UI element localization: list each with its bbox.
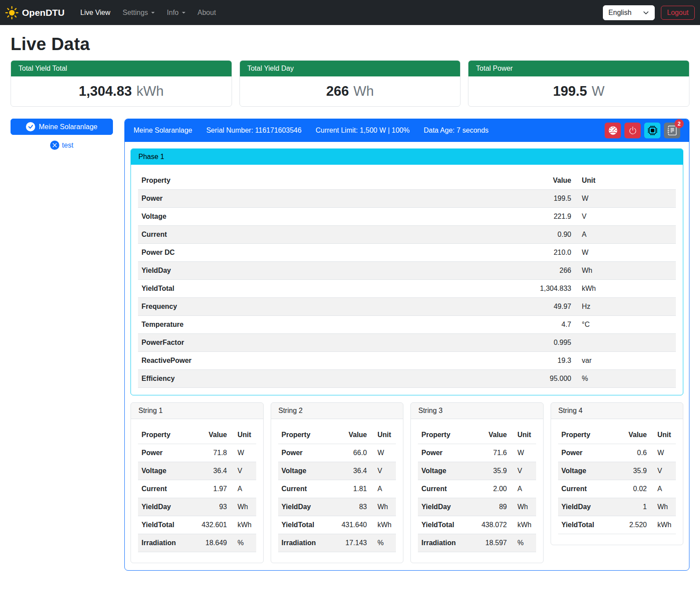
nav-links: Live View Settings Info About xyxy=(74,5,603,20)
inverter-unreachable-link[interactable]: test xyxy=(11,141,113,150)
page: OpenDTU Live View Settings Info About En… xyxy=(0,0,700,584)
sun-icon xyxy=(5,6,18,19)
chevron-down-icon xyxy=(643,10,649,16)
table-row: Current0.90A xyxy=(138,226,676,244)
string-1-table: Property Value Unit Power71.8WVoltage36.… xyxy=(138,426,256,552)
card-total-yield-total: Total Yield Total 1,304.83 kWh xyxy=(11,60,232,107)
brand[interactable]: OpenDTU xyxy=(5,6,65,19)
nav-item-settings[interactable]: Settings xyxy=(116,5,161,20)
string-title: String 2 xyxy=(271,403,403,419)
table-row: Current1.81A xyxy=(278,480,396,498)
inverter-name: Meine Solaranlage xyxy=(134,127,192,134)
total-yield-day-unit: Wh xyxy=(353,83,374,99)
column-header-property: Property xyxy=(278,426,330,444)
table-row: Irradiation17.143% xyxy=(278,534,396,552)
column-header-unit: Unit xyxy=(370,426,396,444)
language-value: English xyxy=(609,9,631,17)
summary-row: Total Yield Total 1,304.83 kWh Total Yie… xyxy=(11,60,689,107)
column-header-value: Value xyxy=(330,426,370,444)
cpu-icon xyxy=(648,126,657,135)
table-row: PowerFactor0.995 xyxy=(138,334,676,352)
column-header-unit: Unit xyxy=(650,426,676,444)
table-row: Irradiation18.649% xyxy=(138,534,256,552)
check-circle-icon xyxy=(26,122,35,131)
table-row: YieldDay1Wh xyxy=(558,498,676,516)
inverter-data-age: Data Age: 7 seconds xyxy=(424,127,489,134)
inverter-select-label: Meine Solaranlage xyxy=(39,123,97,131)
strings-row: String 1 Property Value Unit xyxy=(131,402,683,563)
string-card-1: String 1 Property Value Unit xyxy=(131,402,264,563)
string-card-4: String 4 Property Value Unit xyxy=(551,402,684,545)
table-row: Current1.97A xyxy=(138,480,256,498)
nav-item-about[interactable]: About xyxy=(192,5,222,20)
total-power-value: 199.5 xyxy=(553,83,588,99)
card-total-power: Total Power 199.5 W xyxy=(468,60,689,107)
language-select[interactable]: English xyxy=(603,5,655,20)
phase-card: Phase 1 Property Value Unit xyxy=(131,148,683,395)
brand-label: OpenDTU xyxy=(22,7,65,18)
caret-down-icon xyxy=(182,12,185,14)
string-card-3: String 3 Property Value Unit xyxy=(410,402,544,563)
column-header-property: Property xyxy=(558,426,610,444)
column-header-value: Value xyxy=(470,426,511,444)
limit-settings-button[interactable] xyxy=(605,123,621,138)
power-button[interactable] xyxy=(624,123,641,138)
string-2-table: Property Value Unit Power66.0WVoltage36.… xyxy=(278,426,396,552)
column-header-property: Property xyxy=(418,426,470,444)
column-header-value: Value xyxy=(190,426,231,444)
column-header-value: Value xyxy=(526,172,575,190)
inverter-panel: Meine Solaranlage Serial Number: 1161716… xyxy=(124,119,689,571)
table-row: YieldDay93Wh xyxy=(138,498,256,516)
phase-title: Phase 1 xyxy=(131,149,683,165)
nav-item-info[interactable]: Info xyxy=(161,5,192,20)
table-row: Voltage36.4V xyxy=(138,462,256,480)
table-row: Power DC210.0W xyxy=(138,244,676,262)
table-row: Voltage36.4V xyxy=(278,462,396,480)
string-title: String 1 xyxy=(131,403,263,419)
card-title: Total Power xyxy=(468,61,689,76)
column-header-unit: Unit xyxy=(231,426,256,444)
table-row: Power71.6W xyxy=(418,444,536,462)
total-yield-total-value: 1,304.83 xyxy=(79,83,132,99)
card-title: Total Yield Total xyxy=(11,61,232,76)
total-yield-day-value: 266 xyxy=(326,83,349,99)
power-icon xyxy=(628,126,637,135)
table-row: Voltage35.9V xyxy=(418,462,536,480)
table-row: Current0.02A xyxy=(558,480,676,498)
table-row: Irradiation18.597% xyxy=(418,534,536,552)
string-4-table: Property Value Unit Power0.6WVoltage35.9… xyxy=(558,426,676,534)
column-header-value: Value xyxy=(610,426,650,444)
column-header-property: Property xyxy=(138,426,190,444)
logout-button[interactable]: Logout xyxy=(661,6,695,20)
card-title: Total Yield Day xyxy=(240,61,461,76)
table-row: YieldTotal2.520kWh xyxy=(558,516,676,534)
inverter-serial: Serial Number: 116171603546 xyxy=(206,127,301,134)
page-title: Live Data xyxy=(11,34,689,54)
inverter-select-button[interactable]: Meine Solaranlage xyxy=(11,119,113,135)
caret-down-icon xyxy=(151,12,155,14)
navbar: OpenDTU Live View Settings Info About En… xyxy=(0,0,700,25)
table-row: YieldDay83Wh xyxy=(278,498,396,516)
inverter-panel-header: Meine Solaranlage Serial Number: 1161716… xyxy=(125,119,689,142)
table-row: ReactivePower19.3var xyxy=(138,352,676,370)
table-row: YieldTotal438.072kWh xyxy=(418,516,536,534)
table-row: Current2.00A xyxy=(418,480,536,498)
device-info-button[interactable] xyxy=(644,123,660,138)
table-row: Power0.6W xyxy=(558,444,676,462)
inverter-unreachable-label: test xyxy=(62,141,73,149)
column-header-unit: Unit xyxy=(511,426,536,444)
journal-text-icon xyxy=(667,126,677,135)
table-row: Power66.0W xyxy=(278,444,396,462)
event-log-button[interactable]: 2 xyxy=(664,123,680,138)
x-circle-icon xyxy=(50,141,59,150)
card-total-yield-day: Total Yield Day 266 Wh xyxy=(239,60,461,107)
table-row: Power71.8W xyxy=(138,444,256,462)
column-header-property: Property xyxy=(138,172,526,190)
table-row: Power199.5W xyxy=(138,190,676,208)
table-row: Voltage35.9V xyxy=(558,462,676,480)
table-row: Efficiency95.000% xyxy=(138,370,676,388)
table-row: YieldDay266Wh xyxy=(138,262,676,280)
nav-item-live-view[interactable]: Live View xyxy=(74,5,116,20)
speedometer-icon xyxy=(608,126,618,135)
string-3-table: Property Value Unit Power71.6WVoltage35.… xyxy=(418,426,536,552)
